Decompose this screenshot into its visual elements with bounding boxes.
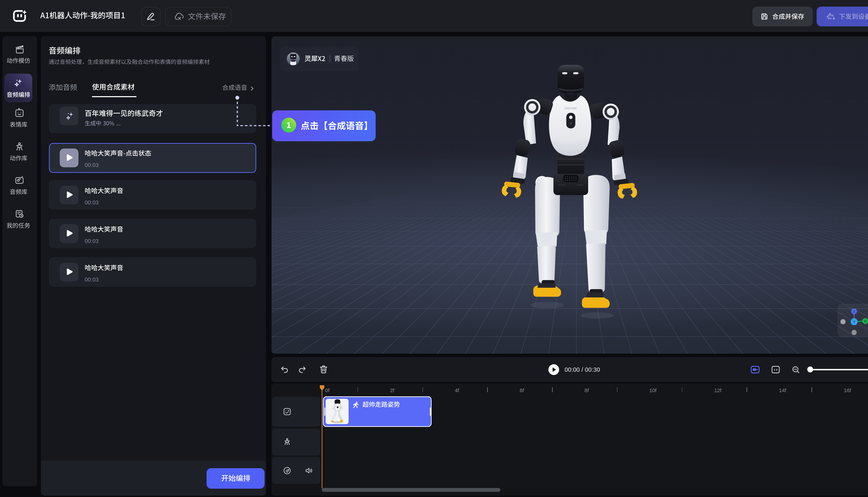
svg-text:z: z (853, 310, 855, 313)
svg-text:Y: Y (853, 320, 855, 324)
svg-text:X: X (864, 319, 866, 323)
svg-text:DREAME: DREAME (564, 107, 577, 110)
svg-text:1: 1 (286, 120, 291, 130)
